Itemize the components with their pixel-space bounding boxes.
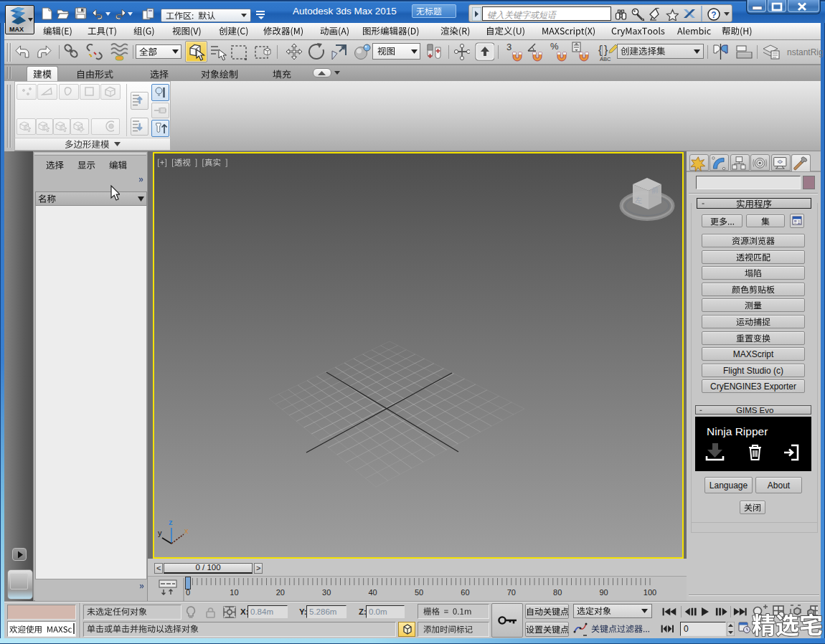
svg-text:z: z xyxy=(169,518,173,526)
svg-text:100: 100 xyxy=(644,588,656,597)
svg-text:前: 前 xyxy=(651,186,659,195)
svg-text:}: } xyxy=(604,44,608,56)
svg-text:?: ? xyxy=(711,10,716,20)
svg-text:80: 80 xyxy=(553,588,562,597)
svg-text:ABC: ABC xyxy=(600,56,611,62)
svg-text:70: 70 xyxy=(507,588,516,597)
svg-text:60: 60 xyxy=(461,588,469,597)
svg-text:40: 40 xyxy=(368,588,377,597)
svg-text:10: 10 xyxy=(230,588,238,597)
svg-text:y: y xyxy=(158,529,162,537)
svg-text:左: 左 xyxy=(634,196,642,204)
svg-text:90: 90 xyxy=(599,588,608,597)
svg-text:{: { xyxy=(598,44,603,56)
svg-text:x: x xyxy=(184,526,189,535)
svg-text:50: 50 xyxy=(415,588,423,597)
svg-text:20: 20 xyxy=(276,588,285,597)
svg-text:30: 30 xyxy=(322,588,331,597)
